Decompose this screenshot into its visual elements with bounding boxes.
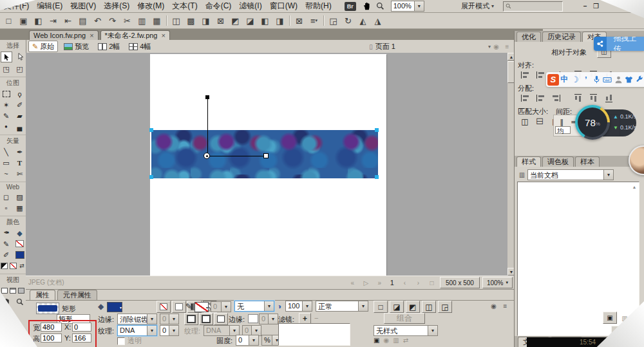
menu-modify[interactable]: 修改(M) (133, 0, 168, 13)
fill-texture-select[interactable]: DNA ▾ (117, 325, 157, 336)
ime-settings-wrench-icon[interactable] (634, 74, 644, 86)
open-icon[interactable]: ◧ (31, 15, 46, 27)
crop-path-button[interactable]: ◫ (422, 301, 436, 313)
subtract-button[interactable]: ◪ (390, 301, 404, 313)
new-style-button[interactable]: ▣ (603, 312, 617, 324)
brush-tool[interactable]: ✐ (15, 100, 25, 109)
flip-vertical-icon[interactable]: ◮ (370, 15, 385, 27)
ime-keyboard-icon[interactable] (602, 74, 613, 86)
distribute-center-h-button[interactable] (534, 93, 547, 104)
restore-button[interactable]: ❐ (591, 1, 601, 11)
stop-icon[interactable]: □ (426, 278, 437, 288)
ime-moon-icon[interactable]: ☽ (570, 74, 581, 86)
current-document-select[interactable]: 当前文档 ▾ (527, 169, 614, 180)
align-menu-icon[interactable]: ≡▾ (307, 15, 321, 27)
eraser-tool[interactable]: ▰ (15, 111, 25, 120)
page-indicator[interactable]: 页面 1 (375, 42, 395, 52)
menu-view[interactable]: 视图(V) (66, 0, 100, 13)
close-icon[interactable]: × (90, 32, 93, 39)
slice-tool[interactable]: ▨ (15, 192, 25, 202)
zoom-icon[interactable] (375, 1, 386, 12)
text-tool[interactable]: T (15, 158, 25, 167)
gradient-end-handle[interactable] (263, 153, 269, 158)
search-input[interactable] (513, 2, 557, 10)
next-frame-icon[interactable]: › (413, 278, 424, 288)
stroke-color-well[interactable]: ▾ (194, 302, 209, 312)
distribute-middle-button[interactable] (587, 93, 600, 104)
hand-icon[interactable] (361, 1, 372, 12)
preview-view-button[interactable]: 预览 (61, 41, 92, 52)
union-button[interactable]: □ (374, 301, 388, 313)
x-field[interactable] (72, 323, 91, 332)
rectangle-tool[interactable]: ▭ (1, 158, 12, 167)
zoom-tool[interactable] (15, 297, 25, 306)
pen-tool[interactable]: ✒ (15, 147, 25, 156)
selection-handle-top-left[interactable] (149, 128, 153, 132)
distribute-bottom-button[interactable] (602, 93, 615, 104)
no-color-button[interactable] (9, 261, 17, 270)
document-page[interactable] (150, 54, 386, 276)
stroke-outside-button[interactable] (214, 313, 228, 325)
menu-filters[interactable]: 滤镜(I) (235, 0, 265, 13)
menu-window[interactable]: 窗口(W) (266, 0, 301, 13)
four-up-view-button[interactable]: 4幅 (126, 41, 154, 52)
swap-colors-button[interactable]: ⇄ (18, 261, 26, 270)
import-icon[interactable]: ⇥ (46, 15, 61, 27)
bridge-button[interactable]: Br (345, 2, 356, 11)
stroke-texture-select[interactable]: DNA ▾ (204, 325, 240, 336)
group-icon[interactable]: ▩ (184, 15, 198, 27)
export-icon[interactable]: ⇤ (61, 15, 75, 27)
y-field[interactable] (72, 333, 91, 342)
pointer-tool[interactable] (1, 52, 12, 62)
copy-icon[interactable]: ▥ (135, 15, 149, 27)
new-document-icon[interactable]: □ (1, 15, 16, 27)
sogou-logo-icon[interactable]: S (547, 74, 559, 86)
style-select[interactable]: 无样式 ▾ (374, 325, 438, 336)
match-width-button[interactable]: ◫ (518, 116, 531, 127)
menu-help[interactable]: 帮助(H) (301, 0, 336, 13)
scale-tool[interactable]: ◳ (1, 64, 12, 73)
ime-voice-icon[interactable] (591, 74, 602, 86)
paste-icon[interactable]: ▦ (149, 15, 164, 27)
add-filter-button[interactable]: + (299, 313, 311, 324)
styles-list[interactable]: ▲ ▼ ▣ ▥ (517, 182, 639, 336)
tab-swatches[interactable]: 样本 (575, 156, 600, 167)
chevron-down-icon[interactable]: ▾ (414, 1, 424, 11)
join-icon[interactable]: ⊠ (213, 15, 228, 27)
undo-icon[interactable]: ↶ (90, 15, 105, 27)
fullscreen-menus-button[interactable] (10, 286, 17, 295)
screen-recorder-upload-button[interactable]: 拖拽上传 (594, 37, 644, 51)
zoom-level-select[interactable]: 100% ▾ (391, 1, 424, 12)
flip-horizontal-icon[interactable]: ◭ (355, 15, 370, 27)
default-colors-button[interactable] (0, 261, 8, 270)
fill-solid-button[interactable] (172, 301, 186, 313)
panel-menu-icon[interactable]: ≡ (500, 301, 511, 311)
eyedropper-tool[interactable]: ✒ (1, 228, 12, 238)
tab-untitled-document[interactable]: *未命名-2.fw.png × (100, 30, 170, 41)
save-icon[interactable]: ▣ (16, 15, 31, 27)
tab-palette[interactable]: 调色板 (542, 156, 574, 167)
cut-icon[interactable]: ✂ (120, 15, 135, 27)
remove-filter-button[interactable]: − (314, 314, 318, 322)
lasso-tool[interactable]: ϙ (15, 89, 25, 98)
marquee-tool[interactable] (1, 89, 12, 98)
opacity-select[interactable]: 100 ▾ (285, 301, 312, 312)
page-options-icon[interactable]: ◉ (491, 42, 502, 52)
stroke-inside-button[interactable] (184, 313, 198, 325)
styles-scroll-up-icon[interactable]: ▲ (630, 183, 638, 191)
paste-inside-icon[interactable]: ◲ (326, 15, 341, 27)
rubber-stamp-tool[interactable]: ▄ (15, 122, 25, 131)
match-height-button[interactable]: ◫ (535, 115, 546, 128)
workspace-switcher[interactable]: 展开模式 (461, 1, 489, 11)
distribute-right-button[interactable] (549, 93, 562, 104)
roundness-select[interactable]: 0 ▾ (236, 335, 259, 346)
search-box[interactable] (503, 1, 563, 12)
transparent-checkbox[interactable] (117, 337, 125, 345)
show-slices-button[interactable]: ▦ (15, 203, 25, 212)
new-style-icon[interactable]: ▣ (374, 337, 379, 344)
symbol-properties-icon[interactable]: ◫ (169, 15, 184, 27)
first-frame-icon[interactable]: « (347, 278, 358, 288)
tab-styles[interactable]: 样式 (516, 156, 541, 167)
knife-tool[interactable]: ✄ (15, 169, 25, 178)
tab-web-icon-document[interactable]: Web Icon.fw.png × (29, 30, 99, 41)
